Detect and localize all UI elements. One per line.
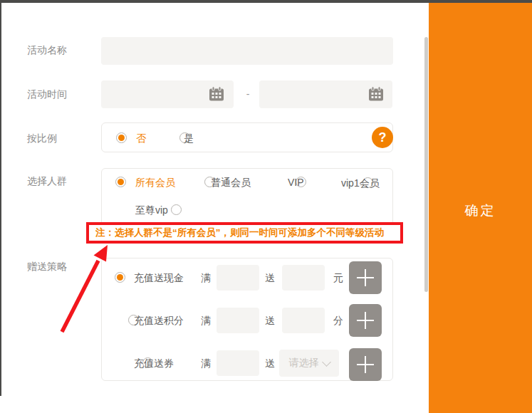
- calendar-icon: [368, 86, 384, 102]
- crowd-all-label[interactable]: 所有会员: [135, 177, 175, 189]
- calendar-icon: [209, 86, 224, 102]
- crowd-supreme-label[interactable]: 至尊vip: [135, 204, 168, 217]
- activity-time-label: 活动时间: [27, 88, 67, 101]
- crowd-all-radio[interactable]: [115, 177, 126, 187]
- note-highlight-box: 注：选择人群不是“所有会员”，则同一时间可添加多个不同等级活动: [86, 222, 403, 244]
- ratio-no-label[interactable]: 否: [136, 132, 146, 145]
- strategy-cash-threshold-input[interactable]: [217, 265, 259, 291]
- activity-dialog: 活动名称 活动时间 按比例 选择人群 赠送策略 -: [0, 0, 532, 413]
- add-cash-rule-button[interactable]: [349, 261, 382, 294]
- activity-name-label: 活动名称: [27, 44, 67, 57]
- note-text: 注：选择人群不是“所有会员”，则同一时间可添加多个不同等级活动: [95, 226, 384, 239]
- crowd-vip1-label[interactable]: vip1会员: [341, 177, 380, 190]
- strategy-coupon-mid: 送: [265, 357, 275, 370]
- strategy-cash-unit: 元: [333, 272, 343, 285]
- strategy-cash-label: 充值送现金: [134, 272, 184, 285]
- by-ratio-label: 按比例: [27, 132, 57, 145]
- crowd-group: 所有会员 普通会员 VIP vip1会员 至尊vip: [101, 168, 393, 226]
- strategy-cash-prefix: 满: [201, 272, 211, 285]
- end-date-input[interactable]: [259, 80, 392, 108]
- crowd-supreme-radio[interactable]: [171, 204, 182, 215]
- window-left-edge: [0, 0, 1, 396]
- help-icon[interactable]: ?: [372, 127, 393, 148]
- add-coupon-rule-button[interactable]: [349, 348, 382, 381]
- chevron-down-icon: [322, 357, 331, 367]
- strategy-points-label: 充值送积分: [134, 315, 184, 328]
- coupon-select-dropdown[interactable]: 请选择: [279, 350, 339, 377]
- date-range-separator: -: [244, 88, 252, 100]
- crowd-normal-label[interactable]: 普通会员: [211, 177, 251, 189]
- confirm-button[interactable]: 确定: [429, 202, 532, 220]
- add-points-rule-button[interactable]: [349, 304, 382, 337]
- strategy-coupon-threshold-input[interactable]: [217, 350, 259, 376]
- by-ratio-group: 否 是 ?: [101, 122, 393, 152]
- strategy-coupon-prefix: 满: [201, 357, 211, 370]
- coupon-select-placeholder: 请选择: [289, 357, 319, 370]
- strategy-cash-gift-input[interactable]: [282, 265, 325, 291]
- strategy-points-prefix: 满: [201, 315, 211, 328]
- crowd-vip-label[interactable]: VIP: [288, 177, 304, 188]
- strategy-points-unit: 分: [333, 315, 343, 328]
- annotation-arrow-icon: [48, 237, 120, 340]
- strategy-coupon-label: 充值送券: [134, 357, 174, 370]
- strategy-points-mid: 送: [265, 315, 275, 328]
- strategy-cash-mid: 送: [265, 272, 275, 285]
- vertical-scrollbar[interactable]: [424, 37, 428, 292]
- activity-name-input[interactable]: [101, 37, 393, 65]
- ratio-no-radio[interactable]: [116, 132, 127, 143]
- select-crowd-label: 选择人群: [27, 175, 67, 188]
- ratio-yes-label[interactable]: 是: [184, 132, 194, 145]
- strategy-points-gift-input[interactable]: [282, 308, 325, 333]
- start-date-input[interactable]: [101, 80, 234, 108]
- strategy-points-threshold-input[interactable]: [217, 308, 259, 333]
